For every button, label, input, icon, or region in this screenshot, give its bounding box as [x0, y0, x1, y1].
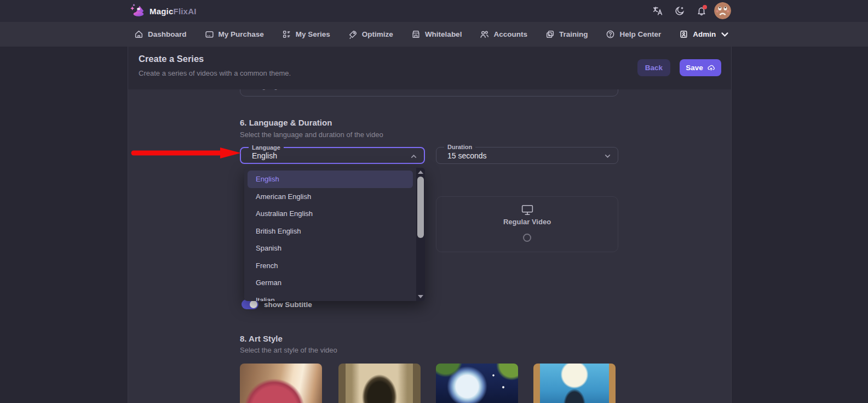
notification-dot: [703, 5, 707, 9]
language-select[interactable]: Language English: [240, 147, 425, 164]
regular-video-label: Regular Video: [503, 218, 551, 226]
store-icon: [411, 30, 421, 39]
save-label: Save: [686, 64, 703, 72]
duration-select-value: 15 seconds: [436, 151, 487, 160]
admin-icon: [679, 30, 688, 39]
nav-training[interactable]: Training: [545, 30, 588, 39]
scroll-down-arrow[interactable]: [416, 293, 425, 300]
cloud-upload-icon: [707, 64, 715, 72]
toggle-knob: [250, 300, 257, 308]
notifications-icon[interactable]: [697, 6, 706, 16]
back-button[interactable]: Back: [637, 59, 670, 76]
avatar-face-icon: [714, 2, 731, 19]
nav-label: Dashboard: [148, 30, 187, 38]
nav-admin[interactable]: Admin: [679, 30, 729, 39]
language-option-french[interactable]: French: [248, 257, 413, 275]
section-language-duration-title: 6. Language & Duration: [240, 118, 332, 127]
language-option-english[interactable]: English: [248, 171, 413, 188]
annotation-arrow: [130, 147, 241, 158]
scroll-up-arrow[interactable]: [416, 168, 425, 176]
list-icon: [282, 30, 291, 39]
nav-label: My Purchase: [219, 30, 264, 38]
rocket-icon: [348, 30, 358, 39]
language-select-label: Language: [249, 144, 284, 151]
nav-optimize[interactable]: Optimize: [348, 30, 393, 39]
art-style-night-thumbnail[interactable]: [436, 364, 518, 403]
dropdown-scrollbar[interactable]: [416, 168, 425, 301]
magic-hat-logo-icon: [130, 3, 146, 19]
duration-select[interactable]: Duration 15 seconds: [436, 147, 618, 164]
top-bar: MagicFlixAI: [0, 0, 868, 22]
nav-accounts[interactable]: Accounts: [480, 30, 527, 39]
language-option-list: English American English Australian Engl…: [244, 171, 416, 301]
brand-logo[interactable]: MagicFlixAI: [130, 0, 197, 22]
language-select-value: English: [241, 151, 277, 160]
nav-my-purchase[interactable]: My Purchase: [205, 30, 264, 39]
topbar-actions: [653, 0, 706, 22]
user-avatar[interactable]: [714, 2, 731, 19]
people-icon: [480, 30, 489, 39]
section-art-style-subtitle: Select the art style of the video: [240, 346, 337, 354]
regular-video-card[interactable]: Regular Video: [436, 196, 618, 252]
dark-mode-icon[interactable]: [675, 6, 685, 16]
show-subtitle-label: show Subtitle: [264, 300, 312, 309]
page-header: Create a Series Create a series of video…: [128, 47, 731, 89]
language-option-australian-english[interactable]: Australian English: [248, 205, 413, 223]
nav-label: My Series: [296, 30, 330, 38]
main-nav: Dashboard My Purchase My Series Optimize…: [0, 22, 868, 47]
nav-label: Help Center: [619, 30, 661, 38]
section-art-style-title: 8. Art Style: [240, 334, 283, 343]
regular-video-radio[interactable]: [523, 234, 531, 242]
brand-name: MagicFlixAI: [150, 7, 197, 16]
page-subtitle: Create a series of videos with a common …: [139, 69, 291, 77]
nav-dashboard[interactable]: Dashboard: [134, 30, 187, 39]
language-dropdown-menu: English American English Australian Engl…: [244, 168, 425, 301]
duration-select-label: Duration: [444, 144, 475, 150]
monitor-icon: [521, 205, 533, 215]
art-style-comic-thumbnail[interactable]: [533, 364, 616, 403]
scrollbar-thumb[interactable]: [417, 177, 424, 238]
language-option-american-english[interactable]: American English: [248, 188, 413, 206]
section-language-duration-subtitle: Select the language and duration of the …: [240, 130, 383, 139]
language-option-italian[interactable]: Italian: [248, 292, 413, 302]
nav-whitelabel[interactable]: Whitelabel: [411, 30, 462, 39]
content-area: language Create a Series Create a series…: [128, 47, 732, 403]
nav-label: Accounts: [493, 30, 527, 38]
help-icon: [606, 30, 615, 39]
chevron-down-icon: [604, 152, 611, 160]
language-option-german[interactable]: German: [248, 274, 413, 292]
nav-my-series[interactable]: My Series: [282, 30, 330, 39]
art-style-sketch-thumbnail[interactable]: [338, 364, 421, 403]
save-button[interactable]: Save: [680, 59, 721, 76]
chevron-down-icon: [720, 30, 729, 39]
chevron-up-icon: [410, 153, 417, 160]
language-option-spanish[interactable]: Spanish: [248, 240, 413, 257]
nav-label: Whitelabel: [425, 30, 462, 38]
home-icon: [134, 30, 143, 39]
nav-help-center[interactable]: Help Center: [606, 30, 661, 39]
page-title: Create a Series: [139, 54, 204, 64]
training-icon: [545, 30, 555, 39]
nav-label: Admin: [693, 30, 716, 38]
translate-icon[interactable]: [653, 6, 663, 16]
nav-label: Optimize: [362, 30, 393, 38]
nav-label: Training: [559, 30, 588, 38]
art-style-anime-thumbnail[interactable]: [240, 364, 322, 403]
card-icon: [205, 30, 214, 39]
language-option-british-english[interactable]: British English: [248, 223, 413, 240]
